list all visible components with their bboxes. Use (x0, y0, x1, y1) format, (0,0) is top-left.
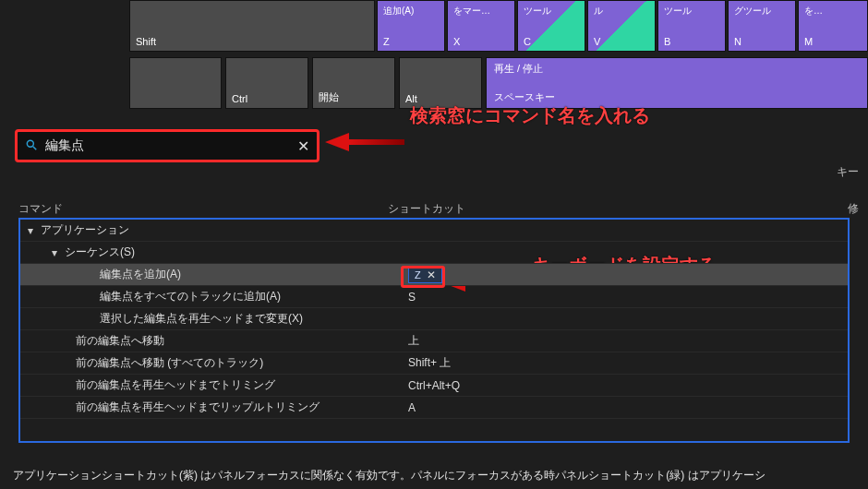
key-v[interactable]: ル V (587, 0, 656, 52)
chevron-down-icon: ▾ (52, 246, 65, 259)
command-tree: ▾ アプリケーション ▾ シーケンス(S) 編集点を追加(A) Z ✕ 編集点を… (18, 218, 850, 443)
table-row[interactable]: 前の編集点へ移動 (すべてのトラック) Shift+ 上 (20, 352, 848, 375)
key-z[interactable]: 追加(A) Z (377, 0, 445, 52)
key-label: Shift (136, 36, 156, 47)
arrow-icon (325, 133, 349, 151)
search-box: ✕ (15, 129, 319, 162)
tree-group[interactable]: ▾ シーケンス(S) (20, 242, 848, 264)
table-row[interactable]: 前の編集点を再生ヘッドまでリップルトリミング A (20, 397, 848, 419)
svg-point-0 (27, 140, 33, 147)
key-x[interactable]: をマー… X (447, 0, 515, 52)
key-spacebar[interactable]: 再生 / 停止 スペースキー (486, 57, 868, 109)
table-row[interactable]: 前の編集点を再生ヘッドまでトリミング Ctrl+Alt+Q (20, 375, 848, 397)
column-headers: コマンド ショートカット 修 (18, 201, 859, 217)
key-alt[interactable]: Alt (399, 57, 482, 109)
key-n[interactable]: グツール N (728, 0, 796, 52)
key-blank[interactable] (129, 57, 222, 109)
highlight-box (401, 266, 445, 288)
table-row[interactable]: 前の編集点へ移動 上 (20, 330, 848, 352)
annotation-search-hint: 検索窓にコマンド名を入れる (410, 103, 650, 128)
col-modifier: 修 (840, 201, 859, 217)
search-icon (25, 138, 38, 154)
key-shift[interactable]: Shift (129, 0, 375, 52)
key-m[interactable]: を… M (798, 0, 868, 52)
table-row[interactable]: 選択した編集点を再生ヘッドまで変更(X) (20, 308, 848, 330)
tree-root[interactable]: ▾ アプリケーション (20, 220, 848, 242)
right-header-label: キー (837, 164, 859, 180)
col-shortcut: ショートカット (388, 201, 840, 217)
table-row[interactable]: 編集点をすべてのトラックに追加(A) S (20, 286, 848, 308)
keyboard-area: Shift 追加(A) Z をマー… X ツール C ル V ツール B グツー… (0, 0, 868, 120)
key-start[interactable]: 開始 (312, 57, 395, 109)
clear-search-icon[interactable]: ✕ (297, 137, 309, 155)
chevron-down-icon: ▾ (28, 224, 41, 237)
key-ctrl[interactable]: Ctrl (225, 57, 308, 109)
key-b[interactable]: ツール B (657, 0, 726, 52)
search-input[interactable] (45, 138, 290, 153)
key-c[interactable]: ツール C (517, 0, 585, 52)
svg-line-1 (33, 146, 37, 149)
col-command: コマンド (18, 201, 388, 217)
footer-text: アプリケーションショートカット(紫) はパネルフォーカスに関係なく有効です。パネ… (0, 468, 868, 483)
